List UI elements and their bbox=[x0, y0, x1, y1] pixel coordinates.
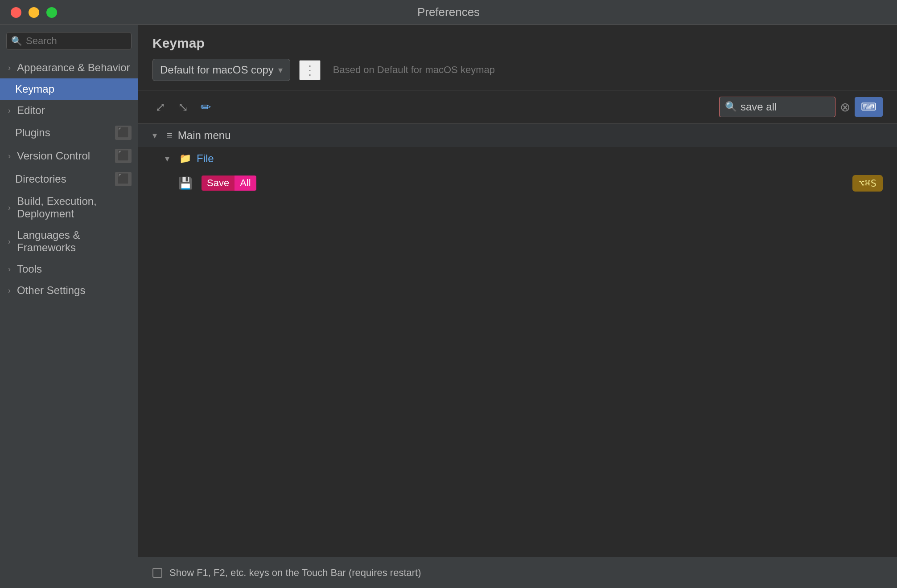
window-title: Preferences bbox=[417, 5, 480, 19]
save-icon: 💾 bbox=[178, 176, 193, 190]
tree-label-file: File bbox=[197, 152, 214, 165]
sidebar-item-editor[interactable]: › Editor bbox=[0, 100, 138, 121]
keymap-search-input[interactable] bbox=[741, 101, 830, 113]
expand-icon: ⤢ bbox=[155, 100, 165, 114]
sidebar-item-label: Tools bbox=[17, 263, 42, 275]
sidebar-item-label: Other Settings bbox=[17, 284, 85, 297]
content-header: Keymap Default for macOS copy ▾ ⋮ Based … bbox=[138, 25, 897, 90]
sidebar: 🔍 › Appearance & Behavior Keymap › Edito… bbox=[0, 25, 138, 588]
sidebar-item-label: Languages & Frameworks bbox=[17, 229, 132, 254]
tree-row-save-all[interactable]: 💾 SaveAll ⌥⌘S bbox=[138, 170, 897, 196]
clear-search-button[interactable]: ⊗ bbox=[840, 100, 850, 114]
keymap-selector-row: Default for macOS copy ▾ ⋮ Based on Defa… bbox=[152, 59, 883, 81]
sidebar-item-version-control[interactable]: › Version Control ⬛ bbox=[0, 144, 138, 167]
chevron-right-icon: › bbox=[8, 151, 11, 161]
shortcut-filter-icon: ⌨ bbox=[861, 101, 876, 113]
edit-shortcut-button[interactable]: ✏ bbox=[198, 97, 214, 117]
shortcut-text: ⌥⌘S bbox=[859, 178, 876, 189]
save-all-badge: SaveAll bbox=[202, 176, 256, 191]
folder-icon: 📁 bbox=[179, 153, 191, 164]
expand-all-button[interactable]: ⤢ bbox=[152, 97, 168, 117]
keymap-search-box: 🔍 bbox=[719, 97, 835, 117]
sidebar-item-languages-frameworks[interactable]: › Languages & Frameworks bbox=[0, 225, 138, 258]
chevron-down-icon: ▾ bbox=[165, 153, 174, 164]
sidebar-item-label: Version Control bbox=[17, 150, 90, 162]
search-icon: 🔍 bbox=[725, 101, 737, 113]
keymap-dropdown[interactable]: Default for macOS copy ▾ bbox=[152, 59, 290, 81]
keymap-tree: ▾ ≡ Main menu ▾ 📁 File 💾 SaveAll ⌥⌘S bbox=[138, 124, 897, 557]
vcs-icon: ⬛ bbox=[115, 149, 132, 163]
chevron-right-icon: › bbox=[8, 203, 11, 212]
sidebar-item-label: Plugins bbox=[15, 127, 50, 139]
sidebar-item-directories[interactable]: Directories ⬛ bbox=[0, 167, 138, 191]
plugin-icon: ⬛ bbox=[115, 126, 132, 140]
keymap-menu-button[interactable]: ⋮ bbox=[299, 60, 321, 80]
sidebar-item-build-execution-deployment[interactable]: › Build, Execution, Deployment bbox=[0, 191, 138, 225]
sidebar-item-label: Directories bbox=[15, 173, 66, 185]
window-controls bbox=[11, 7, 57, 18]
collapse-icon: ⤡ bbox=[178, 100, 188, 114]
page-title: Keymap bbox=[152, 36, 883, 51]
shortcut-badge: ⌥⌘S bbox=[852, 175, 883, 192]
tree-row-main-menu[interactable]: ▾ ≡ Main menu bbox=[138, 124, 897, 147]
chevron-right-icon: › bbox=[8, 63, 11, 73]
sidebar-item-label: Build, Execution, Deployment bbox=[17, 195, 132, 220]
keymap-description: Based on Default for macOS keymap bbox=[333, 64, 495, 76]
directories-icon: ⬛ bbox=[115, 172, 132, 186]
dropdown-arrow-icon: ▾ bbox=[278, 65, 283, 75]
chevron-right-icon: › bbox=[8, 286, 11, 295]
sidebar-item-label: Appearance & Behavior bbox=[17, 61, 130, 74]
bottom-bar: Show F1, F2, etc. keys on the Touch Bar … bbox=[138, 557, 897, 588]
sidebar-item-tools[interactable]: › Tools bbox=[0, 258, 138, 280]
badge-all: All bbox=[235, 176, 256, 191]
content-area: Keymap Default for macOS copy ▾ ⋮ Based … bbox=[138, 25, 897, 588]
chevron-right-icon: › bbox=[8, 237, 11, 246]
touchbar-label: Show F1, F2, etc. keys on the Touch Bar … bbox=[169, 567, 421, 579]
chevron-down-icon: ▾ bbox=[152, 130, 161, 141]
chevron-right-icon: › bbox=[8, 106, 11, 115]
sidebar-item-label: Editor bbox=[17, 104, 45, 117]
touchbar-checkbox[interactable] bbox=[152, 568, 162, 578]
sidebar-item-appearance-behavior[interactable]: › Appearance & Behavior bbox=[0, 57, 138, 78]
sidebar-search-input[interactable] bbox=[26, 35, 127, 47]
close-icon: ⊗ bbox=[840, 100, 850, 114]
badge-save: Save bbox=[202, 176, 235, 191]
sidebar-item-plugins[interactable]: Plugins ⬛ bbox=[0, 121, 138, 144]
sidebar-item-keymap[interactable]: Keymap bbox=[0, 78, 138, 100]
keymap-dropdown-value: Default for macOS copy bbox=[160, 64, 274, 76]
sidebar-item-other-settings[interactable]: › Other Settings bbox=[0, 280, 138, 301]
pencil-icon: ✏ bbox=[201, 100, 211, 114]
tree-label-main-menu: Main menu bbox=[178, 129, 231, 142]
shortcut-filter-button[interactable]: ⌨ bbox=[855, 97, 883, 117]
collapse-all-button[interactable]: ⤡ bbox=[175, 97, 191, 117]
nav-items: › Appearance & Behavior Keymap › Editor … bbox=[0, 54, 138, 588]
sidebar-search-icon: 🔍 bbox=[11, 36, 22, 46]
titlebar: Preferences bbox=[0, 0, 897, 25]
maximize-button[interactable] bbox=[46, 7, 57, 18]
minimize-button[interactable] bbox=[29, 7, 39, 18]
main-layout: 🔍 › Appearance & Behavior Keymap › Edito… bbox=[0, 25, 897, 588]
sidebar-item-label: Keymap bbox=[15, 83, 54, 95]
sidebar-search-box[interactable]: 🔍 bbox=[6, 32, 132, 50]
chevron-right-icon: › bbox=[8, 265, 11, 274]
close-button[interactable] bbox=[11, 7, 21, 18]
search-right: 🔍 ⊗ ⌨ bbox=[719, 97, 883, 117]
keymap-toolbar: ⤢ ⤡ ✏ 🔍 ⊗ ⌨ bbox=[138, 90, 897, 124]
tree-row-file[interactable]: ▾ 📁 File bbox=[138, 147, 897, 170]
main-menu-icon: ≡ bbox=[167, 130, 173, 141]
sidebar-search-container: 🔍 bbox=[0, 25, 138, 54]
